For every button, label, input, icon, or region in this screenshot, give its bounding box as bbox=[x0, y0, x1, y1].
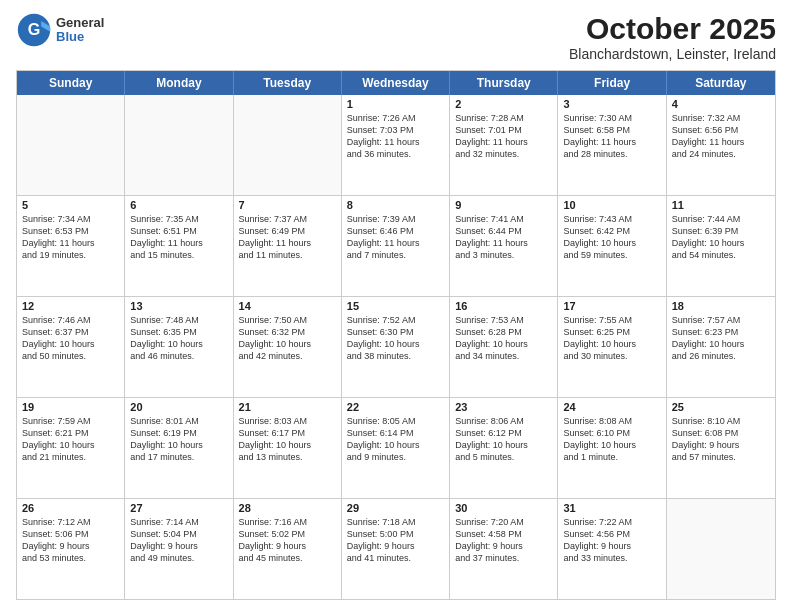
day-number: 17 bbox=[563, 300, 660, 312]
day-info: Sunrise: 8:03 AM Sunset: 6:17 PM Dayligh… bbox=[239, 415, 336, 464]
day-cell-22: 22Sunrise: 8:05 AM Sunset: 6:14 PM Dayli… bbox=[342, 398, 450, 498]
day-number: 19 bbox=[22, 401, 119, 413]
day-cell-2: 2Sunrise: 7:28 AM Sunset: 7:01 PM Daylig… bbox=[450, 95, 558, 195]
day-info: Sunrise: 8:06 AM Sunset: 6:12 PM Dayligh… bbox=[455, 415, 552, 464]
day-cell-27: 27Sunrise: 7:14 AM Sunset: 5:04 PM Dayli… bbox=[125, 499, 233, 599]
day-number: 5 bbox=[22, 199, 119, 211]
header-day-monday: Monday bbox=[125, 71, 233, 95]
day-info: Sunrise: 8:01 AM Sunset: 6:19 PM Dayligh… bbox=[130, 415, 227, 464]
week-row-1: 5Sunrise: 7:34 AM Sunset: 6:53 PM Daylig… bbox=[17, 196, 775, 297]
day-info: Sunrise: 7:28 AM Sunset: 7:01 PM Dayligh… bbox=[455, 112, 552, 161]
day-number: 26 bbox=[22, 502, 119, 514]
day-cell-14: 14Sunrise: 7:50 AM Sunset: 6:32 PM Dayli… bbox=[234, 297, 342, 397]
day-info: Sunrise: 7:53 AM Sunset: 6:28 PM Dayligh… bbox=[455, 314, 552, 363]
day-number: 24 bbox=[563, 401, 660, 413]
day-number: 21 bbox=[239, 401, 336, 413]
day-cell-11: 11Sunrise: 7:44 AM Sunset: 6:39 PM Dayli… bbox=[667, 196, 775, 296]
day-number: 27 bbox=[130, 502, 227, 514]
day-cell-25: 25Sunrise: 8:10 AM Sunset: 6:08 PM Dayli… bbox=[667, 398, 775, 498]
day-info: Sunrise: 7:57 AM Sunset: 6:23 PM Dayligh… bbox=[672, 314, 770, 363]
calendar-body: 1Sunrise: 7:26 AM Sunset: 7:03 PM Daylig… bbox=[17, 95, 775, 599]
day-info: Sunrise: 7:18 AM Sunset: 5:00 PM Dayligh… bbox=[347, 516, 444, 565]
day-number: 31 bbox=[563, 502, 660, 514]
logo-text: General Blue bbox=[56, 16, 104, 45]
week-row-0: 1Sunrise: 7:26 AM Sunset: 7:03 PM Daylig… bbox=[17, 95, 775, 196]
day-info: Sunrise: 7:12 AM Sunset: 5:06 PM Dayligh… bbox=[22, 516, 119, 565]
day-number: 10 bbox=[563, 199, 660, 211]
day-cell-1: 1Sunrise: 7:26 AM Sunset: 7:03 PM Daylig… bbox=[342, 95, 450, 195]
empty-cell bbox=[667, 499, 775, 599]
calendar-title: October 2025 bbox=[569, 12, 776, 46]
day-number: 18 bbox=[672, 300, 770, 312]
day-cell-6: 6Sunrise: 7:35 AM Sunset: 6:51 PM Daylig… bbox=[125, 196, 233, 296]
day-info: Sunrise: 7:48 AM Sunset: 6:35 PM Dayligh… bbox=[130, 314, 227, 363]
header-day-saturday: Saturday bbox=[667, 71, 775, 95]
calendar-header: SundayMondayTuesdayWednesdayThursdayFrid… bbox=[17, 71, 775, 95]
header: G General Blue October 2025 Blanchardsto… bbox=[16, 12, 776, 62]
day-cell-15: 15Sunrise: 7:52 AM Sunset: 6:30 PM Dayli… bbox=[342, 297, 450, 397]
day-info: Sunrise: 7:22 AM Sunset: 4:56 PM Dayligh… bbox=[563, 516, 660, 565]
day-number: 29 bbox=[347, 502, 444, 514]
day-cell-24: 24Sunrise: 8:08 AM Sunset: 6:10 PM Dayli… bbox=[558, 398, 666, 498]
day-info: Sunrise: 7:46 AM Sunset: 6:37 PM Dayligh… bbox=[22, 314, 119, 363]
empty-cell bbox=[17, 95, 125, 195]
day-cell-9: 9Sunrise: 7:41 AM Sunset: 6:44 PM Daylig… bbox=[450, 196, 558, 296]
empty-cell bbox=[234, 95, 342, 195]
day-cell-17: 17Sunrise: 7:55 AM Sunset: 6:25 PM Dayli… bbox=[558, 297, 666, 397]
day-cell-20: 20Sunrise: 8:01 AM Sunset: 6:19 PM Dayli… bbox=[125, 398, 233, 498]
day-number: 13 bbox=[130, 300, 227, 312]
logo-line1: General bbox=[56, 16, 104, 30]
day-number: 3 bbox=[563, 98, 660, 110]
day-cell-3: 3Sunrise: 7:30 AM Sunset: 6:58 PM Daylig… bbox=[558, 95, 666, 195]
header-day-thursday: Thursday bbox=[450, 71, 558, 95]
day-cell-19: 19Sunrise: 7:59 AM Sunset: 6:21 PM Dayli… bbox=[17, 398, 125, 498]
day-number: 11 bbox=[672, 199, 770, 211]
day-info: Sunrise: 7:52 AM Sunset: 6:30 PM Dayligh… bbox=[347, 314, 444, 363]
day-info: Sunrise: 7:55 AM Sunset: 6:25 PM Dayligh… bbox=[563, 314, 660, 363]
page: G General Blue October 2025 Blanchardsto… bbox=[0, 0, 792, 612]
logo: G General Blue bbox=[16, 12, 104, 48]
calendar: SundayMondayTuesdayWednesdayThursdayFrid… bbox=[16, 70, 776, 600]
day-info: Sunrise: 7:26 AM Sunset: 7:03 PM Dayligh… bbox=[347, 112, 444, 161]
day-cell-16: 16Sunrise: 7:53 AM Sunset: 6:28 PM Dayli… bbox=[450, 297, 558, 397]
day-info: Sunrise: 7:39 AM Sunset: 6:46 PM Dayligh… bbox=[347, 213, 444, 262]
day-number: 25 bbox=[672, 401, 770, 413]
week-row-3: 19Sunrise: 7:59 AM Sunset: 6:21 PM Dayli… bbox=[17, 398, 775, 499]
day-info: Sunrise: 7:14 AM Sunset: 5:04 PM Dayligh… bbox=[130, 516, 227, 565]
header-day-tuesday: Tuesday bbox=[234, 71, 342, 95]
day-number: 23 bbox=[455, 401, 552, 413]
week-row-4: 26Sunrise: 7:12 AM Sunset: 5:06 PM Dayli… bbox=[17, 499, 775, 599]
day-number: 9 bbox=[455, 199, 552, 211]
day-number: 28 bbox=[239, 502, 336, 514]
day-number: 2 bbox=[455, 98, 552, 110]
day-cell-5: 5Sunrise: 7:34 AM Sunset: 6:53 PM Daylig… bbox=[17, 196, 125, 296]
day-number: 4 bbox=[672, 98, 770, 110]
day-info: Sunrise: 7:43 AM Sunset: 6:42 PM Dayligh… bbox=[563, 213, 660, 262]
day-cell-29: 29Sunrise: 7:18 AM Sunset: 5:00 PM Dayli… bbox=[342, 499, 450, 599]
day-cell-26: 26Sunrise: 7:12 AM Sunset: 5:06 PM Dayli… bbox=[17, 499, 125, 599]
logo-line2: Blue bbox=[56, 30, 104, 44]
day-cell-8: 8Sunrise: 7:39 AM Sunset: 6:46 PM Daylig… bbox=[342, 196, 450, 296]
day-info: Sunrise: 7:34 AM Sunset: 6:53 PM Dayligh… bbox=[22, 213, 119, 262]
day-info: Sunrise: 8:10 AM Sunset: 6:08 PM Dayligh… bbox=[672, 415, 770, 464]
header-day-friday: Friday bbox=[558, 71, 666, 95]
header-day-wednesday: Wednesday bbox=[342, 71, 450, 95]
day-info: Sunrise: 7:50 AM Sunset: 6:32 PM Dayligh… bbox=[239, 314, 336, 363]
day-info: Sunrise: 7:35 AM Sunset: 6:51 PM Dayligh… bbox=[130, 213, 227, 262]
day-info: Sunrise: 8:05 AM Sunset: 6:14 PM Dayligh… bbox=[347, 415, 444, 464]
day-number: 6 bbox=[130, 199, 227, 211]
day-cell-12: 12Sunrise: 7:46 AM Sunset: 6:37 PM Dayli… bbox=[17, 297, 125, 397]
empty-cell bbox=[125, 95, 233, 195]
day-info: Sunrise: 7:32 AM Sunset: 6:56 PM Dayligh… bbox=[672, 112, 770, 161]
day-number: 20 bbox=[130, 401, 227, 413]
day-info: Sunrise: 8:08 AM Sunset: 6:10 PM Dayligh… bbox=[563, 415, 660, 464]
day-info: Sunrise: 7:41 AM Sunset: 6:44 PM Dayligh… bbox=[455, 213, 552, 262]
calendar-subtitle: Blanchardstown, Leinster, Ireland bbox=[569, 46, 776, 62]
day-number: 1 bbox=[347, 98, 444, 110]
day-cell-30: 30Sunrise: 7:20 AM Sunset: 4:58 PM Dayli… bbox=[450, 499, 558, 599]
day-cell-7: 7Sunrise: 7:37 AM Sunset: 6:49 PM Daylig… bbox=[234, 196, 342, 296]
day-cell-18: 18Sunrise: 7:57 AM Sunset: 6:23 PM Dayli… bbox=[667, 297, 775, 397]
header-day-sunday: Sunday bbox=[17, 71, 125, 95]
day-number: 7 bbox=[239, 199, 336, 211]
day-cell-4: 4Sunrise: 7:32 AM Sunset: 6:56 PM Daylig… bbox=[667, 95, 775, 195]
